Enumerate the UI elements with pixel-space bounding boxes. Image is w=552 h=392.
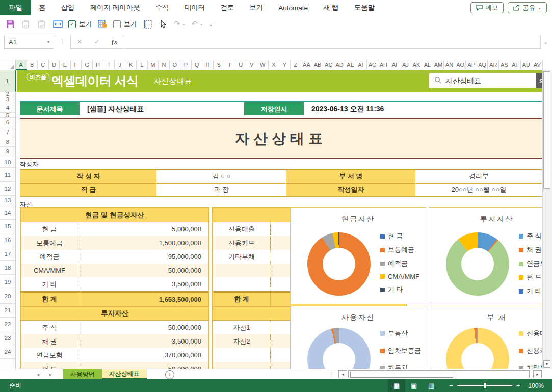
hscroll-left-icon[interactable]: ◄ bbox=[338, 370, 347, 378]
page-break-view-icon[interactable]: ▥ bbox=[423, 379, 440, 392]
sheet-area[interactable]: 비즈폼 엑셀데이터 서식 자산상태표 자산상태표 SEARCH 문서제목 [샘플… bbox=[16, 70, 542, 369]
column-header[interactable]: S bbox=[214, 60, 225, 70]
column-header[interactable]: O bbox=[170, 60, 181, 70]
column-header[interactable]: U bbox=[235, 60, 247, 70]
dept-value[interactable]: 경리부 bbox=[415, 170, 542, 184]
page-layout-view-icon[interactable]: ▣ bbox=[405, 379, 423, 392]
formula-input[interactable] bbox=[123, 35, 541, 49]
column-header[interactable]: L bbox=[137, 60, 148, 70]
column-header[interactable]: AF bbox=[356, 60, 367, 70]
column-header[interactable]: AD bbox=[334, 60, 346, 70]
saved-time-value[interactable]: 2023-06-13 오전 11:36 bbox=[311, 102, 384, 115]
freeze-panes-icon[interactable] bbox=[52, 19, 63, 29]
table-row[interactable]: 기 타3,500,000 bbox=[21, 277, 208, 291]
cash-total-row[interactable]: 합 계 1,653,500,000 bbox=[21, 291, 208, 306]
column-header[interactable]: V bbox=[246, 60, 257, 70]
cash-assets-table[interactable]: 현금 및 현금성자산 현 금5,000,000보통예금1,500,000,000… bbox=[20, 207, 209, 307]
undo-icon[interactable]: ↶ bbox=[191, 19, 198, 29]
row-header[interactable]: 7 bbox=[0, 127, 15, 137]
column-header[interactable]: AH bbox=[378, 60, 389, 70]
table-row[interactable]: 펀 드50,000,000 bbox=[21, 362, 208, 369]
protect-sheet-icon[interactable] bbox=[97, 19, 108, 29]
vertical-scrollbar[interactable]: ▼ bbox=[542, 70, 552, 369]
horizontal-scrollbar[interactable] bbox=[348, 370, 530, 378]
author-table[interactable]: 작 성 자 김 ○ ○ 부 서 명 경리부 직 급 과 장 작성일자 20○○년… bbox=[20, 169, 542, 197]
row-header[interactable]: 11 bbox=[0, 168, 15, 182]
column-header[interactable]: AV bbox=[532, 60, 543, 70]
column-header[interactable]: D bbox=[49, 60, 60, 70]
zoom-slider[interactable] bbox=[457, 385, 512, 386]
column-header[interactable]: A bbox=[16, 60, 27, 70]
save-icon[interactable] bbox=[5, 19, 15, 29]
column-header[interactable]: AO bbox=[455, 60, 466, 70]
row-header[interactable]: 24 bbox=[0, 345, 15, 359]
column-header[interactable]: B bbox=[27, 60, 38, 70]
confirm-entry-icon[interactable]: ✓ bbox=[88, 38, 106, 45]
column-header[interactable]: AS bbox=[499, 60, 510, 70]
ribbon-tab[interactable]: 검토 bbox=[213, 0, 242, 15]
insert-function-icon[interactable]: ƒx bbox=[106, 38, 123, 46]
name-box[interactable]: A1 ▼ bbox=[4, 35, 54, 49]
table-row[interactable]: CMA/MMF50,000,000 bbox=[21, 264, 208, 277]
row-header[interactable]: 9 bbox=[0, 147, 15, 156]
scroll-down-icon[interactable]: ▼ bbox=[543, 360, 550, 368]
column-header[interactable]: C bbox=[38, 60, 49, 70]
formula-bar-handle[interactable]: ⋮ bbox=[59, 38, 65, 45]
doc-title-value[interactable]: [샘플] 자산상태표 bbox=[87, 102, 144, 115]
ribbon-tab[interactable]: 삽입 bbox=[54, 0, 83, 15]
vertical-scrollbar-thumb[interactable] bbox=[543, 71, 550, 189]
column-header[interactable]: AL bbox=[422, 60, 433, 70]
row-header[interactable]: 17 bbox=[0, 247, 15, 261]
column-header[interactable]: E bbox=[60, 60, 71, 70]
column-header[interactable]: F bbox=[71, 60, 82, 70]
redo-icon[interactable]: ↷ bbox=[174, 19, 180, 29]
zoom-in-icon[interactable]: + bbox=[516, 382, 520, 389]
table-row[interactable]: 주 식50,000,000 bbox=[21, 321, 208, 334]
column-header[interactable]: Q bbox=[192, 60, 203, 70]
search-box[interactable]: 자산상태표 bbox=[429, 73, 536, 88]
row-header[interactable]: 22 bbox=[0, 318, 15, 331]
column-header[interactable]: AQ bbox=[477, 60, 488, 70]
author-header[interactable]: 작 성 자 bbox=[20, 170, 156, 184]
hscroll-handle[interactable]: ⋮ bbox=[329, 371, 334, 378]
row-header[interactable]: 10 bbox=[0, 156, 15, 168]
sheet-tab[interactable]: 자산상태표 bbox=[102, 369, 147, 380]
column-header[interactable]: AG bbox=[367, 60, 378, 70]
row-header[interactable]: 19 bbox=[0, 275, 15, 289]
ribbon-tab[interactable]: 도움말 bbox=[347, 0, 383, 15]
investment-assets-table[interactable]: 투자자산 주 식50,000,000채 권3,500,000연금보험370,00… bbox=[20, 306, 209, 369]
select-all-corner[interactable] bbox=[0, 60, 16, 71]
column-header[interactable]: G bbox=[82, 60, 93, 70]
table-row[interactable]: 연금보험370,000,000 bbox=[21, 348, 208, 362]
memo-button[interactable]: 메모 bbox=[470, 2, 504, 13]
column-header[interactable]: AN bbox=[444, 60, 455, 70]
table-row[interactable]: 보통예금1,500,000,000 bbox=[21, 236, 208, 250]
add-sheet-icon[interactable]: + bbox=[165, 370, 174, 379]
ribbon-tab[interactable]: 홈 bbox=[31, 0, 54, 15]
column-header[interactable]: AU bbox=[521, 60, 532, 70]
view-checkbox-checked[interactable]: ✓ bbox=[68, 20, 76, 28]
column-header[interactable]: K bbox=[125, 60, 137, 70]
sheet-next-icon[interactable]: ► bbox=[48, 372, 53, 377]
ribbon-tab[interactable]: 새 탭 bbox=[316, 0, 347, 15]
column-header[interactable]: AB bbox=[312, 60, 324, 70]
formula-bar-expand-icon[interactable]: ⌄ bbox=[544, 39, 548, 45]
column-header[interactable]: AR bbox=[488, 60, 499, 70]
zoom-out-icon[interactable]: − bbox=[449, 382, 453, 389]
sheet-tab[interactable]: 사용방법 bbox=[63, 369, 102, 380]
undo-dropdown-icon[interactable]: ⌄ bbox=[200, 22, 203, 27]
row-header[interactable]: 6 bbox=[0, 118, 15, 127]
cancel-entry-icon[interactable]: ✕ bbox=[71, 38, 88, 45]
zoom-level[interactable]: 100% bbox=[528, 382, 544, 389]
paste-values-icon[interactable]: 123 bbox=[21, 19, 31, 29]
row-header[interactable]: 13 bbox=[0, 196, 15, 205]
ribbon-tab[interactable]: 파일 bbox=[0, 0, 31, 15]
normal-view-icon[interactable]: ▦ bbox=[388, 379, 405, 392]
column-header[interactable]: T bbox=[224, 60, 235, 70]
table-row[interactable]: 현 금5,000,000 bbox=[21, 222, 208, 236]
column-header[interactable]: R bbox=[202, 60, 214, 70]
row-header[interactable]: 3 bbox=[0, 96, 15, 102]
date-value[interactable]: 20○○년 ○○월 ○○일 bbox=[415, 183, 542, 197]
column-header[interactable]: Y bbox=[279, 60, 291, 70]
horizontal-scrollbar-thumb[interactable] bbox=[350, 372, 453, 378]
